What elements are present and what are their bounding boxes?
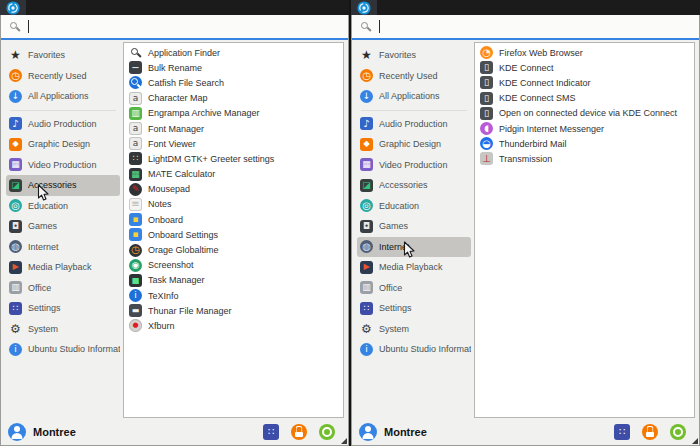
search-input[interactable] xyxy=(36,22,341,32)
category-item-settings[interactable]: ∷Settings xyxy=(6,298,120,319)
category-item-games[interactable]: ◘Games xyxy=(6,216,120,237)
category-item-education[interactable]: ◎Education xyxy=(357,196,471,217)
category-item-favorites[interactable]: ★Favorites xyxy=(357,45,471,66)
app-item-onboard[interactable]: ▪Onboard xyxy=(124,212,343,227)
app-label: Mousepad xyxy=(148,184,190,194)
app-item-bulk-rename[interactable]: −Bulk Rename xyxy=(124,60,343,75)
app-item-thunar-file-manager[interactable]: ▬Thunar File Manager xyxy=(124,303,343,318)
category-item-system[interactable]: ⚙System xyxy=(357,319,471,340)
recently-used-icon: ◷ xyxy=(360,69,373,82)
app-item-font-manager[interactable]: aFont Manager xyxy=(124,121,343,136)
category-label: Internet xyxy=(379,242,410,252)
category-item-education[interactable]: ◎Education xyxy=(6,196,120,217)
category-item-audio-production[interactable]: ♪Audio Production xyxy=(357,114,471,135)
menu-body: ★Favorites ◷Recently Used ↓All Applicati… xyxy=(1,40,348,418)
category-item-accessories[interactable]: ◪Accessories xyxy=(357,175,471,196)
category-label: Video Production xyxy=(379,160,447,170)
category-label: Settings xyxy=(379,303,412,313)
favorites-icon: ★ xyxy=(360,49,373,62)
app-item-mate-calculator[interactable]: ▦MATE Calculator xyxy=(124,167,343,182)
ubuntu-studio-logo-icon xyxy=(6,1,20,15)
category-item-office[interactable]: ▥Office xyxy=(357,278,471,299)
category-item-favorites[interactable]: ★Favorites xyxy=(6,45,120,66)
app-item-pidgin-internet-messenger[interactable]: ◖Pidgin Internet Messenger xyxy=(475,121,694,136)
app-label: Open on connected device via KDE Connect xyxy=(499,108,677,118)
app-item-thunderbird-mail[interactable]: ◒Thunderbird Mail xyxy=(475,136,694,151)
category-item-ubuntu-studio-information[interactable]: iUbuntu Studio Information xyxy=(6,339,120,360)
app-item-screenshot[interactable]: ◉Screenshot xyxy=(124,258,343,273)
search-input[interactable] xyxy=(387,22,692,32)
app-item-orage-globaltime[interactable]: ◷Orage Globaltime xyxy=(124,242,343,257)
app-item-mousepad[interactable]: ✎Mousepad xyxy=(124,182,343,197)
app-label: Orage Globaltime xyxy=(148,245,219,255)
accessories-icon: ◪ xyxy=(360,179,373,192)
app-item-kde-connect-sms[interactable]: ▯KDE Connect SMS xyxy=(475,91,694,106)
application-list: ◔Firefox Web Browser ▯KDE Connect ▯KDE C… xyxy=(474,42,695,418)
category-item-media-playback[interactable]: ▶Media Playback xyxy=(6,257,120,278)
log-out-button[interactable] xyxy=(319,424,335,440)
favorites-icon: ★ xyxy=(9,49,22,62)
app-item-lightdm-gtk-greeter-settings[interactable]: ∷LightDM GTK+ Greeter settings xyxy=(124,151,343,166)
app-item-firefox-web-browser[interactable]: ◔Firefox Web Browser xyxy=(475,45,694,60)
onboard-icon: ▪ xyxy=(129,213,142,226)
app-item-task-manager[interactable]: ▅Task Manager xyxy=(124,273,343,288)
category-item-audio-production[interactable]: ♪Audio Production xyxy=(6,114,120,135)
graphic-design-icon: ◆ xyxy=(360,138,373,151)
search-icon xyxy=(359,20,372,33)
category-item-all-applications[interactable]: ↓All Applications xyxy=(357,86,471,107)
app-item-font-viewer[interactable]: aFont Viewer xyxy=(124,136,343,151)
applications-menu-button[interactable] xyxy=(0,0,26,15)
category-label: Education xyxy=(28,201,68,211)
mate-calculator-icon: ▦ xyxy=(129,168,142,181)
log-out-button[interactable] xyxy=(670,424,686,440)
category-item-office[interactable]: ▥Office xyxy=(6,278,120,299)
app-item-open-on-connected-device-via-kde-connect[interactable]: ▯Open on connected device via KDE Connec… xyxy=(475,106,694,121)
category-item-recently-used[interactable]: ◷Recently Used xyxy=(357,66,471,87)
category-item-media-playback[interactable]: ▶Media Playback xyxy=(357,257,471,278)
resize-grip[interactable] xyxy=(692,438,698,444)
category-item-games[interactable]: ◘Games xyxy=(357,216,471,237)
category-item-ubuntu-studio-information[interactable]: iUbuntu Studio Information xyxy=(357,339,471,360)
app-label: Onboard Settings xyxy=(148,230,218,240)
category-item-system[interactable]: ⚙System xyxy=(6,319,120,340)
app-item-notes[interactable]: ≡Notes xyxy=(124,197,343,212)
font-manager-icon: a xyxy=(129,122,142,135)
category-label: Graphic Design xyxy=(379,139,441,149)
category-label: Games xyxy=(379,221,408,231)
top-panel-bar xyxy=(351,0,700,15)
category-item-video-production[interactable]: ▦Video Production xyxy=(357,155,471,176)
category-item-graphic-design[interactable]: ◆Graphic Design xyxy=(357,134,471,155)
app-item-kde-connect[interactable]: ▯KDE Connect xyxy=(475,60,694,75)
app-item-catfish-file-search[interactable]: Catfish File Search xyxy=(124,75,343,90)
app-label: Transmission xyxy=(499,154,552,164)
app-label: Engrampa Archive Manager xyxy=(148,108,260,118)
app-item-kde-connect-indicator[interactable]: ▯KDE Connect Indicator xyxy=(475,75,694,90)
category-item-internet[interactable]: ◍Internet xyxy=(357,237,471,258)
app-item-character-map[interactable]: aCharacter Map xyxy=(124,91,343,106)
all-settings-button[interactable]: ∷ xyxy=(263,424,279,440)
app-item-application-finder[interactable]: Application Finder xyxy=(124,45,343,60)
category-item-all-applications[interactable]: ↓All Applications xyxy=(6,86,120,107)
top-panel-bar xyxy=(0,0,349,15)
category-item-video-production[interactable]: ▦Video Production xyxy=(6,155,120,176)
category-item-internet[interactable]: ◍Internet xyxy=(6,237,120,258)
app-item-xfburn[interactable]: ●Xfburn xyxy=(124,318,343,333)
app-item-engrampa-archive-manager[interactable]: ▥Engrampa Archive Manager xyxy=(124,106,343,121)
category-sidebar: ★Favorites ◷Recently Used ↓All Applicati… xyxy=(352,42,474,418)
category-item-settings[interactable]: ∷Settings xyxy=(357,298,471,319)
app-item-onboard-settings[interactable]: ▪Onboard Settings xyxy=(124,227,343,242)
resize-grip[interactable] xyxy=(341,438,347,444)
app-item-transmission[interactable]: ⊥Transmission xyxy=(475,151,694,166)
app-label: KDE Connect Indicator xyxy=(499,78,591,88)
category-label: Recently Used xyxy=(28,71,87,81)
applications-menu-button[interactable] xyxy=(351,0,377,15)
all-settings-button[interactable]: ∷ xyxy=(614,424,630,440)
lock-screen-button[interactable] xyxy=(642,424,658,440)
app-label: Screenshot xyxy=(148,260,194,270)
category-item-accessories[interactable]: ◪Accessories xyxy=(6,175,120,196)
app-label: Task Manager xyxy=(148,275,205,285)
category-item-graphic-design[interactable]: ◆Graphic Design xyxy=(6,134,120,155)
lock-screen-button[interactable] xyxy=(291,424,307,440)
app-item-texinfo[interactable]: iTeXInfo xyxy=(124,288,343,303)
category-item-recently-used[interactable]: ◷Recently Used xyxy=(6,66,120,87)
